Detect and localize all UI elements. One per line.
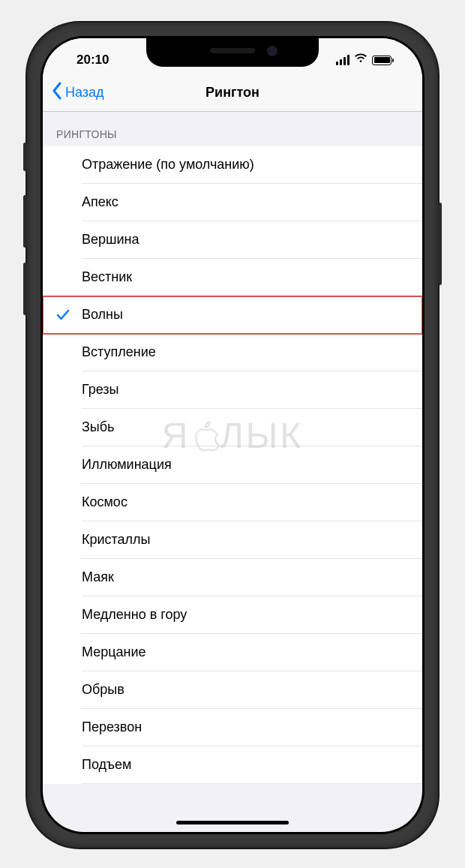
ringtone-label: Вступление	[82, 334, 422, 371]
ringtone-row[interactable]: Маяк	[43, 559, 422, 596]
ringtone-row[interactable]: Волны	[43, 296, 422, 334]
notch	[146, 38, 319, 67]
ringtone-row[interactable]: Иллюминация	[43, 446, 422, 484]
ringtone-label: Мерцание	[82, 634, 422, 671]
ringtone-row[interactable]: Вершина	[43, 221, 422, 259]
ringtone-label: Иллюминация	[82, 446, 422, 484]
status-icons	[336, 53, 400, 67]
ringtone-label: Вершина	[82, 221, 422, 259]
status-time: 20:10	[65, 53, 109, 68]
cellular-signal-icon	[336, 55, 350, 65]
volume-up-button	[23, 195, 27, 248]
content-area[interactable]: РИНГТОНЫ Отражение (по умолчанию)АпексВе…	[43, 112, 422, 784]
ringtone-list: Отражение (по умолчанию)АпексВершинаВест…	[43, 146, 422, 784]
ringtone-label: Маяк	[82, 559, 422, 596]
battery-icon	[372, 56, 394, 65]
ringtone-label: Вестник	[82, 259, 422, 296]
ringtone-label: Космос	[82, 484, 422, 521]
wifi-icon	[354, 53, 368, 67]
ringtone-row[interactable]: Вестник	[43, 259, 422, 296]
screen: 20:10	[43, 38, 422, 832]
ringtone-label: Волны	[82, 296, 422, 334]
phone-inner: 20:10	[40, 36, 424, 834]
back-button[interactable]: Назад	[43, 82, 104, 104]
ringtone-row[interactable]: Грезы	[43, 371, 422, 409]
ringtone-label: Обрыв	[82, 671, 422, 709]
ringtone-row[interactable]: Перезвон	[43, 709, 422, 746]
ringtone-row[interactable]: Подъем	[43, 746, 422, 784]
section-header: РИНГТОНЫ	[43, 112, 422, 146]
ringtone-row[interactable]: Апекс	[43, 184, 422, 221]
home-indicator[interactable]	[176, 821, 289, 824]
ringtone-label: Медленно в гору	[82, 596, 422, 634]
page-title: Рингтон	[206, 85, 260, 101]
ringtone-row[interactable]: Зыбь	[43, 409, 422, 446]
ringtone-row[interactable]: Обрыв	[43, 671, 422, 709]
ringtone-row[interactable]: Кристаллы	[43, 521, 422, 559]
ringtone-label: Перезвон	[82, 709, 422, 746]
ringtone-row[interactable]: Отражение (по умолчанию)	[43, 146, 422, 184]
back-label: Назад	[65, 85, 104, 101]
ringtone-label: Подъем	[82, 746, 422, 784]
navigation-bar: Назад Рингтон	[43, 74, 422, 112]
chevron-left-icon	[52, 82, 62, 104]
mute-switch	[23, 143, 27, 171]
ringtone-row[interactable]: Космос	[43, 484, 422, 521]
checkmark-icon	[56, 308, 82, 322]
phone-frame: 20:10	[27, 23, 438, 848]
ringtone-label: Кристаллы	[82, 521, 422, 559]
ringtone-row[interactable]: Вступление	[43, 334, 422, 371]
ringtone-label: Отражение (по умолчанию)	[82, 146, 422, 184]
power-button	[438, 203, 442, 285]
ringtone-label: Грезы	[82, 371, 422, 409]
ringtone-label: Апекс	[82, 184, 422, 221]
ringtone-row[interactable]: Мерцание	[43, 634, 422, 671]
ringtone-label: Зыбь	[82, 409, 422, 446]
ringtone-row[interactable]: Медленно в гору	[43, 596, 422, 634]
volume-down-button	[23, 263, 27, 315]
